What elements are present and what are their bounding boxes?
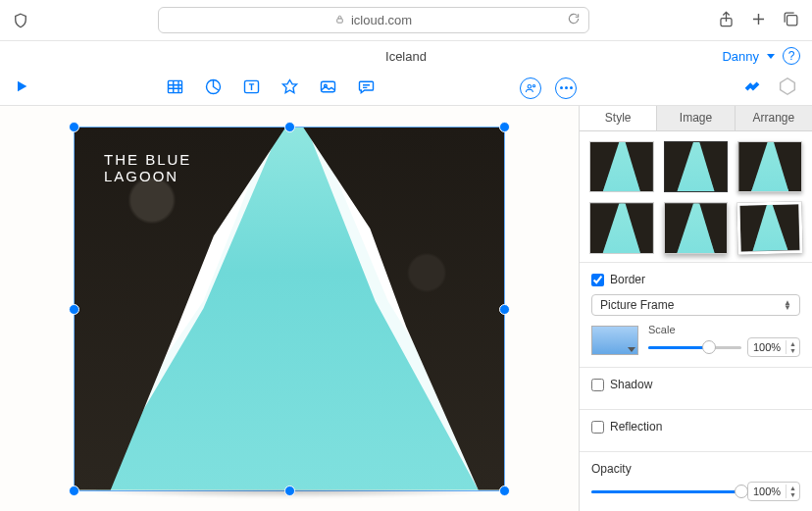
main-area: THE BLUE LAGOON Style Image Arrange	[0, 106, 812, 511]
resize-handle-sw[interactable]	[69, 485, 79, 496]
document-inspector-icon[interactable]	[777, 76, 798, 100]
scale-stepper[interactable]: 100% ▲▼	[747, 337, 800, 357]
collaborate-icon[interactable]	[520, 77, 541, 99]
format-inspector: Style Image Arrange Border Picture Frame…	[579, 106, 812, 511]
style-preset[interactable]	[664, 202, 729, 254]
border-section: Border Picture Frame ▲▼ Scale	[580, 262, 812, 367]
shadow-section: Shadow	[580, 367, 812, 409]
opacity-label: Opacity	[591, 462, 800, 476]
resize-handle-se[interactable]	[499, 485, 510, 496]
scale-value: 100%	[748, 341, 786, 353]
toolbar-middle	[520, 77, 577, 99]
scale-slider[interactable]	[648, 340, 741, 354]
style-preset[interactable]	[589, 202, 654, 254]
resize-handle-n[interactable]	[284, 122, 295, 132]
style-preset[interactable]	[664, 141, 729, 193]
border-checkbox[interactable]	[591, 274, 604, 286]
app-header: Iceland Danny ?	[0, 41, 812, 71]
border-type-value: Picture Frame	[600, 298, 674, 312]
resize-handle-e[interactable]	[499, 304, 510, 315]
stepper-arrows-icon: ▲▼	[786, 485, 799, 498]
format-inspector-icon[interactable]	[741, 76, 763, 100]
toolbar-right	[741, 76, 798, 100]
opacity-slider[interactable]	[591, 485, 741, 498]
insert-buttons	[165, 77, 377, 100]
insert-chart-icon[interactable]	[203, 77, 224, 100]
opacity-stepper[interactable]: 100% ▲▼	[747, 482, 800, 501]
tab-style-label: Style	[605, 111, 632, 125]
selected-image[interactable]: THE BLUE LAGOON	[74, 127, 505, 491]
insert-shape-icon[interactable]	[279, 77, 300, 100]
resize-handle-ne[interactable]	[499, 122, 510, 132]
address-bar[interactable]: icloud.com	[158, 7, 589, 33]
insert-table-icon[interactable]	[165, 77, 185, 100]
user-menu[interactable]: Danny	[722, 49, 759, 64]
image-caption: THE BLUE LAGOON	[104, 151, 191, 184]
style-presets	[580, 131, 812, 262]
svg-point-8	[528, 84, 532, 88]
browser-toolbar: icloud.com	[0, 0, 812, 41]
help-icon[interactable]: ?	[783, 47, 800, 65]
document-title: Iceland	[0, 49, 812, 64]
reflection-checkbox[interactable]	[591, 421, 604, 434]
insert-comment-icon[interactable]	[356, 77, 377, 100]
border-label: Border	[610, 273, 645, 286]
tab-style[interactable]: Style	[580, 106, 657, 130]
play-button[interactable]	[14, 78, 29, 97]
tab-arrange[interactable]: Arrange	[736, 106, 812, 130]
reflection-label: Reflection	[610, 420, 662, 434]
lock-icon	[334, 13, 345, 27]
frame-swatch[interactable]	[591, 326, 638, 355]
style-preset[interactable]	[737, 141, 802, 193]
more-icon[interactable]	[555, 77, 577, 99]
resize-handle-nw[interactable]	[69, 122, 79, 132]
privacy-shield-icon[interactable]	[12, 12, 29, 29]
inspector-tabs: Style Image Arrange	[580, 106, 812, 131]
tab-image[interactable]: Image	[657, 106, 735, 130]
chevron-down-icon	[628, 347, 635, 352]
insert-text-icon[interactable]	[241, 77, 262, 100]
toolbar	[0, 71, 812, 106]
opacity-section: Opacity 100% ▲▼	[580, 451, 812, 511]
select-arrows-icon: ▲▼	[784, 300, 791, 310]
shadow-label: Shadow	[610, 378, 652, 391]
svg-rect-2	[787, 15, 797, 25]
tab-arrange-label: Arrange	[752, 111, 794, 125]
resize-handle-s[interactable]	[284, 485, 295, 496]
svg-rect-0	[337, 19, 343, 23]
user-name: Danny	[722, 49, 759, 64]
refresh-icon[interactable]	[567, 12, 581, 28]
stepper-arrows-icon: ▲▼	[786, 340, 799, 354]
chevron-down-icon[interactable]	[767, 54, 775, 59]
tab-image-label: Image	[680, 111, 712, 125]
border-type-select[interactable]: Picture Frame ▲▼	[591, 294, 800, 316]
tabs-overview-icon[interactable]	[782, 10, 800, 31]
url-text: icloud.com	[351, 13, 412, 27]
svg-rect-3	[169, 80, 182, 92]
browser-right-controls	[717, 10, 800, 31]
scale-label: Scale	[648, 324, 800, 335]
insert-media-icon[interactable]	[318, 77, 338, 100]
shadow-checkbox[interactable]	[591, 379, 604, 391]
style-preset[interactable]	[589, 141, 654, 193]
resize-handle-w[interactable]	[69, 304, 79, 315]
reflection-section: Reflection	[580, 409, 812, 451]
svg-point-9	[533, 84, 534, 86]
share-icon[interactable]	[717, 10, 736, 31]
image-content: THE BLUE LAGOON	[75, 128, 504, 490]
canvas[interactable]: THE BLUE LAGOON	[0, 106, 579, 511]
svg-rect-6	[322, 81, 335, 92]
new-tab-icon[interactable]	[749, 10, 768, 31]
opacity-value: 100%	[748, 485, 786, 497]
address-bar-wrap: icloud.com	[39, 7, 707, 33]
style-preset[interactable]	[737, 202, 803, 255]
